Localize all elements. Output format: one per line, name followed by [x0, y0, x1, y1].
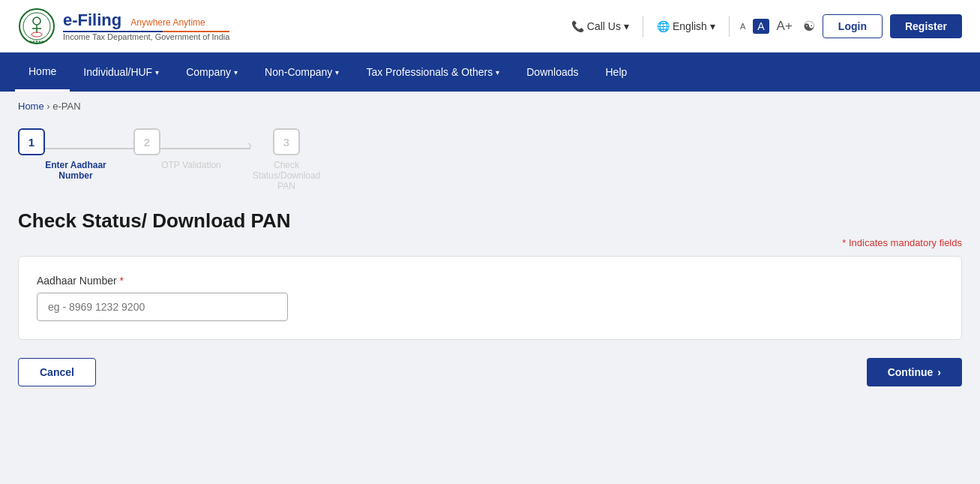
nav-item-non-company[interactable]: Non-Company ▾: [251, 53, 352, 92]
nav-item-company[interactable]: Company ▾: [172, 53, 251, 92]
main-nav: Home Individual/HUF ▾ Company ▾ Non-Comp…: [0, 53, 980, 92]
globe-icon: 🌐: [657, 20, 670, 32]
non-company-chevron-icon: ▾: [335, 68, 339, 77]
nav-label-home: Home: [28, 65, 56, 77]
step-3-header: 3: [273, 128, 300, 155]
svg-text:◈◈◈◈◈: ◈◈◈◈◈: [29, 39, 44, 44]
divider2: [729, 16, 730, 37]
step-3-circle: 3: [273, 128, 300, 155]
step-3: 3 Check Status/Download PAN: [249, 128, 324, 191]
contrast-button[interactable]: ☯: [803, 18, 815, 35]
aadhaar-input[interactable]: [37, 293, 288, 321]
login-button[interactable]: Login: [823, 14, 883, 38]
cancel-button[interactable]: Cancel: [18, 358, 96, 386]
continue-arrow-icon: ›: [937, 366, 941, 378]
call-us-button[interactable]: 📞 Call Us ▾: [565, 17, 635, 35]
divider: [643, 16, 643, 37]
nav-item-individual[interactable]: Individual/HUF ▾: [70, 53, 172, 92]
header: ◈◈◈◈◈ e-Filing Anywhere Anytime Income T…: [0, 0, 980, 53]
lang-chevron-icon: ▾: [710, 20, 715, 32]
step-2-circle: 2: [133, 128, 160, 155]
individual-chevron-icon: ▾: [155, 68, 159, 77]
step-2-number: 2: [144, 136, 150, 149]
aadhaar-label-text: Aadhaar Number: [37, 275, 117, 287]
step-1-header: 1 ›: [18, 128, 133, 155]
tax-prof-chevron-icon: ▾: [496, 68, 499, 77]
logo-text: e-Filing Anywhere Anytime Income Tax Dep…: [63, 11, 229, 41]
mandatory-note: * Indicates mandatory fields: [18, 237, 962, 248]
continue-button[interactable]: Continue ›: [867, 358, 962, 386]
step-1-number: 1: [28, 136, 34, 149]
step-2-header: 2 ›: [133, 128, 249, 155]
actions-bar: Cancel Continue ›: [18, 358, 962, 394]
nav-label-tax-professionals: Tax Professionals & Others: [366, 66, 493, 78]
svg-point-2: [33, 17, 40, 25]
breadcrumb-home-link[interactable]: Home: [18, 101, 44, 112]
step-2-line: [160, 148, 250, 149]
header-right: 📞 Call Us ▾ 🌐 English ▾ A A A+ ☯ Login R…: [565, 14, 962, 38]
form-card: Aadhaar Number *: [18, 256, 962, 340]
breadcrumb-current: e-PAN: [52, 101, 80, 112]
call-us-label: Call Us: [587, 20, 621, 32]
step-3-number: 3: [283, 136, 289, 149]
step-3-label: Check Status/Download PAN: [249, 160, 324, 191]
step-1-line: [45, 148, 135, 149]
logo-subtitle: Income Tax Department, Government of Ind…: [63, 32, 229, 41]
font-medium-button[interactable]: A: [753, 19, 769, 34]
nav-label-company: Company: [186, 66, 231, 78]
logo-area: ◈◈◈◈◈ e-Filing Anywhere Anytime Income T…: [18, 8, 229, 45]
efiling-word: e-Filing: [63, 11, 121, 29]
steps-container: 1 › Enter Aadhaar Number 2 › OTP Validat…: [18, 128, 962, 191]
efiling-title: e-Filing Anywhere Anytime: [63, 11, 229, 30]
nav-label-downloads: Downloads: [526, 66, 578, 78]
nav-label-non-company: Non-Company: [265, 66, 332, 78]
language-button[interactable]: 🌐 English ▾: [651, 17, 721, 35]
step-1: 1 › Enter Aadhaar Number: [18, 128, 133, 181]
nav-item-downloads[interactable]: Downloads: [513, 53, 592, 92]
nav-label-individual: Individual/HUF: [83, 66, 152, 78]
nav-item-help[interactable]: Help: [592, 53, 641, 92]
step-2-label: OTP Validation: [161, 160, 221, 170]
language-label: English: [673, 20, 707, 32]
register-button[interactable]: Register: [890, 14, 962, 38]
font-controls: A A A+: [737, 17, 796, 35]
call-chevron-icon: ▾: [624, 20, 629, 32]
nav-label-help: Help: [606, 66, 628, 78]
anywhere-label: Anywhere Anytime: [130, 17, 205, 28]
aadhaar-required-marker: *: [120, 275, 124, 287]
main-content: 1 › Enter Aadhaar Number 2 › OTP Validat…: [0, 121, 980, 416]
company-chevron-icon: ▾: [234, 68, 238, 77]
step-1-label: Enter Aadhaar Number: [31, 160, 121, 181]
step-1-circle: 1: [18, 128, 45, 155]
emblem-icon: ◈◈◈◈◈: [18, 8, 55, 45]
breadcrumb: Home › e-PAN: [0, 92, 980, 121]
phone-icon: 📞: [571, 20, 584, 32]
aadhaar-field-label: Aadhaar Number *: [37, 275, 943, 287]
nav-item-home[interactable]: Home: [15, 53, 70, 92]
page-title: Check Status/ Download PAN: [18, 209, 962, 233]
font-small-button[interactable]: A: [737, 20, 748, 32]
nav-item-tax-professionals[interactable]: Tax Professionals & Others ▾: [352, 53, 513, 92]
step-2: 2 › OTP Validation: [133, 128, 249, 170]
continue-label: Continue: [888, 366, 934, 378]
font-large-button[interactable]: A+: [774, 17, 796, 35]
